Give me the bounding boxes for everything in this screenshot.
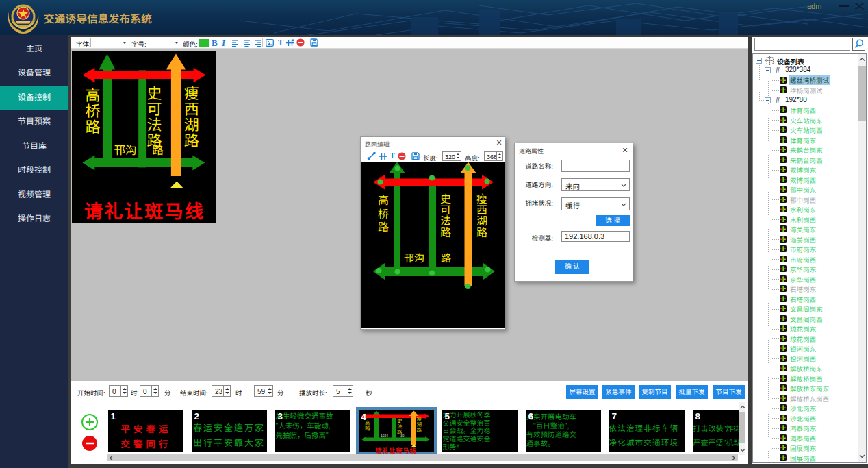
svg-text:1024: 1024 — [381, 434, 388, 438]
svg-text:30: 30 — [400, 434, 405, 438]
svg-text:路: 路 — [365, 426, 370, 432]
svg-text:路: 路 — [416, 427, 422, 433]
